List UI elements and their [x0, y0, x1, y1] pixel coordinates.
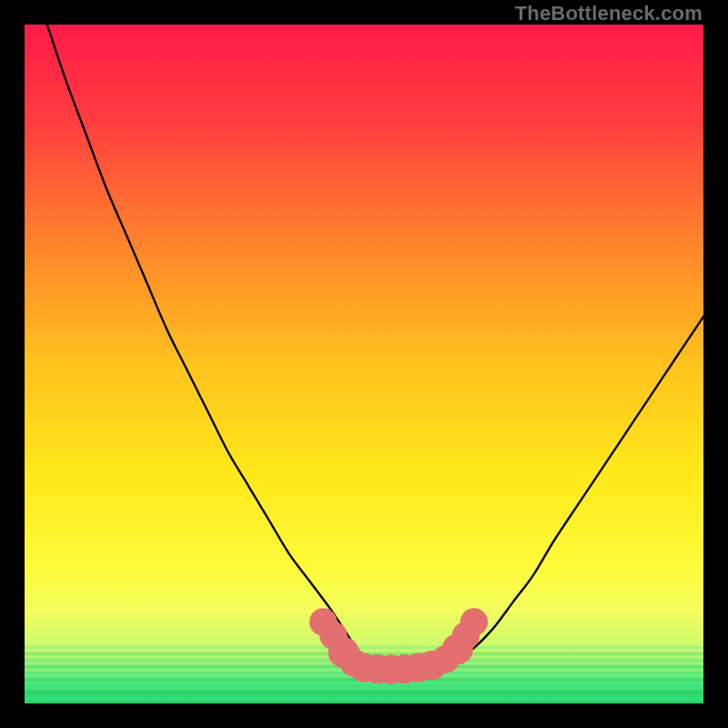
svg-rect-7 — [25, 691, 703, 694]
gradient-background — [25, 25, 703, 703]
watermark-text: TheBottleneck.com — [515, 4, 703, 24]
curve-marker — [460, 608, 488, 635]
svg-rect-0 — [25, 646, 703, 650]
chart-frame: TheBottleneck.com — [0, 0, 728, 728]
svg-rect-6 — [25, 684, 703, 688]
chart-svg — [25, 25, 703, 703]
plot-area — [25, 25, 703, 703]
svg-rect-8 — [25, 697, 703, 701]
